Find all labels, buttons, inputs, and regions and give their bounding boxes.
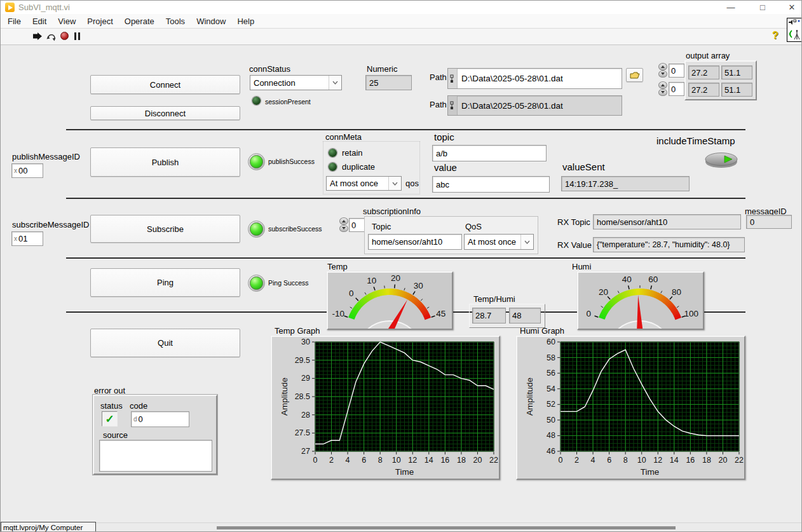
publish-success-led (248, 153, 265, 170)
subscription-qos-header: QoS (465, 222, 482, 231)
horizontal-scrollbar-thumb[interactable] (217, 526, 676, 529)
maximize-button[interactable]: □ (752, 1, 773, 13)
subscription-index-spinner[interactable] (339, 217, 348, 232)
include-timestamp-switch[interactable] (703, 151, 739, 172)
subscription-qos-dropdown[interactable]: At most once (464, 234, 534, 250)
qos-dropdown[interactable]: At most once (326, 176, 402, 191)
quit-button[interactable]: Quit (90, 329, 240, 357)
svg-text:10: 10 (392, 456, 401, 465)
disconnect-button[interactable]: Disconnect (90, 106, 240, 120)
menu-item-tools[interactable]: Tools (160, 17, 191, 26)
radix-d: d (133, 416, 137, 423)
folder-icon (630, 72, 640, 79)
menu-item-operate[interactable]: Operate (119, 17, 160, 26)
subscribe-success-label: subscribeSuccess (268, 225, 322, 233)
svg-text:Time: Time (641, 467, 660, 477)
minimize-button[interactable]: — (720, 1, 742, 13)
value-sent-label: valueSent (562, 161, 605, 172)
duplicate-label: duplicate (342, 162, 375, 172)
temp-graph-label: Temp Graph (275, 326, 320, 336)
subscribe-button[interactable]: Subscribe (90, 215, 240, 243)
path-glyph-icon (448, 69, 458, 88)
svg-text:16: 16 (440, 456, 449, 465)
svg-text:58: 58 (547, 353, 555, 362)
menu-item-file[interactable]: File (2, 17, 27, 26)
output-array-index-spinner-2[interactable] (658, 81, 667, 96)
subscription-info-label: subscriptionInfo (363, 207, 421, 216)
execution-target-button[interactable]: mqtt.lvproj/My Computer (1, 522, 96, 532)
menu-item-edit[interactable]: Edit (27, 17, 52, 26)
connect-button[interactable]: Connect (90, 75, 240, 94)
svg-text:100: 100 (684, 309, 699, 318)
conn-status-dropdown[interactable]: Connection (250, 75, 342, 90)
output-array-index-1[interactable]: 0 (669, 64, 684, 78)
browse-button[interactable] (626, 68, 643, 82)
abort-button[interactable] (60, 32, 69, 40)
increment-icon[interactable] (658, 81, 667, 89)
subscribe-message-id-field[interactable]: x 01 (11, 231, 43, 246)
path-glyph-icon (448, 96, 458, 115)
decrement-icon[interactable] (658, 71, 667, 78)
error-source-label: source (103, 430, 128, 440)
svg-text:30: 30 (414, 281, 423, 290)
svg-text:28.5: 28.5 (295, 392, 310, 401)
run-button[interactable] (32, 32, 43, 43)
svg-text:30: 30 (301, 338, 310, 346)
svg-text:Time: Time (395, 467, 414, 477)
path1-field[interactable]: D:\Data\2025-05-28\01.dat (447, 68, 622, 89)
chevron-down-icon (388, 177, 401, 190)
decrement-icon[interactable] (339, 225, 348, 233)
svg-text:56: 56 (547, 369, 555, 378)
svg-text:20: 20 (391, 273, 400, 283)
rx-topic-field: home/sensor/aht10 (593, 214, 741, 229)
path2-value: D:\Data\2025-05-28\01.dat (458, 96, 622, 115)
run-continuous-button[interactable] (46, 31, 57, 44)
svg-text:27.5: 27.5 (295, 428, 310, 437)
pause-button[interactable] (74, 32, 80, 40)
topic-field[interactable]: a/b (432, 145, 547, 161)
menu-item-project[interactable]: Project (81, 17, 118, 26)
menu-item-view[interactable]: View (52, 17, 81, 26)
svg-text:2: 2 (574, 456, 579, 465)
value-sent-field: 14:19:17.238_ (561, 176, 690, 191)
svg-text:0: 0 (349, 289, 354, 298)
qos-label: qos (405, 179, 419, 188)
increment-icon[interactable] (339, 217, 348, 225)
output-array-cell: 27.2 (688, 65, 719, 79)
ping-button[interactable]: Ping (90, 268, 240, 297)
path1-value: D:\Data\2025-05-28\01.dat (458, 69, 622, 88)
session-present-label: sessionPresent (265, 98, 311, 106)
subscribe-success-led (248, 221, 265, 238)
conn-status-label: connStatus (249, 64, 290, 74)
vi-icon (787, 18, 802, 42)
svg-text:0: 0 (559, 456, 563, 465)
svg-text:29.5: 29.5 (295, 356, 310, 365)
output-array-cell: 27.2 (688, 83, 719, 97)
decrement-icon[interactable] (658, 89, 667, 97)
output-array-index-2[interactable]: 0 (669, 82, 684, 96)
increment-icon[interactable] (658, 63, 667, 71)
chevron-down-icon (329, 76, 341, 90)
publish-message-id-field[interactable]: x 00 (11, 163, 43, 178)
error-status-label: status (100, 401, 123, 411)
menu-item-window[interactable]: Window (191, 17, 231, 26)
svg-text:52: 52 (547, 400, 555, 409)
check-icon: ✓ (105, 413, 114, 426)
svg-text:45: 45 (436, 309, 445, 318)
svg-text:4: 4 (346, 456, 350, 465)
divider-line (66, 257, 745, 259)
subscription-topic-field[interactable]: home/sensor/aht10 (368, 234, 462, 250)
ping-success-led (248, 275, 265, 292)
close-button[interactable]: ✕ (781, 1, 802, 13)
svg-text:4: 4 (591, 456, 595, 465)
labview-icon (5, 3, 15, 12)
output-array-index-spinner-1[interactable] (658, 63, 667, 78)
publish-message-id-label: publishMessageID (12, 152, 80, 161)
connmeta-label: connMeta (325, 132, 362, 142)
help-icon[interactable]: ? (772, 30, 778, 41)
publish-button[interactable]: Publish (90, 147, 240, 177)
value-field[interactable]: abc (432, 176, 550, 193)
svg-text:0: 0 (313, 456, 318, 465)
subscription-index-field[interactable]: 0 (349, 218, 366, 232)
menu-item-help[interactable]: Help (231, 17, 260, 26)
